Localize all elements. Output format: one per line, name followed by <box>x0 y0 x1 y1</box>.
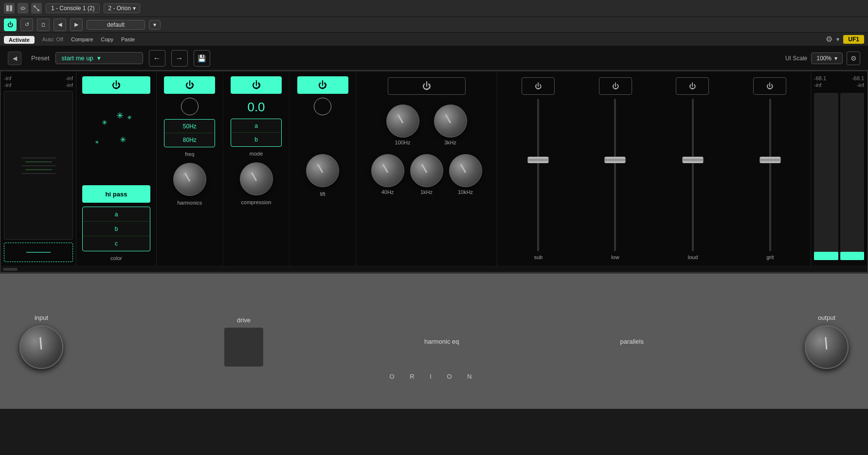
plugin-settings-icon[interactable]: ⚙ <box>847 52 860 65</box>
hi-pass-button[interactable]: hi pass <box>82 185 150 203</box>
bracket-display <box>4 243 73 262</box>
next-preset-button[interactable]: → <box>171 50 188 67</box>
stars-display: ✳ ✳ ✳ ✳ ✳ <box>80 98 152 181</box>
panels-icon[interactable] <box>4 3 15 14</box>
mode-display: a b <box>231 119 282 147</box>
output-knob[interactable] <box>805 325 849 369</box>
low-power-button[interactable]: ⏻ <box>599 77 632 95</box>
scroll-bar <box>1 266 867 272</box>
orion-text: O R I O N <box>389 373 478 380</box>
undo-icon[interactable] <box>18 3 28 14</box>
star-icon-4: ✳ <box>95 140 99 145</box>
color-power-button[interactable]: ⏻ <box>82 76 150 94</box>
heq-power-button[interactable]: ⏻ <box>388 77 466 95</box>
track-label[interactable]: 1 - Console 1 (2) <box>46 3 100 13</box>
plugin-dropdown[interactable]: 2 - Orion ▾ <box>104 3 140 13</box>
harmonic-eq-section: ⏻ 100Hz 3kHz 40H <box>356 71 497 266</box>
loud-fader-thumb[interactable] <box>682 157 704 163</box>
freq-display: 50Hz 80Hz <box>164 119 215 147</box>
output-level-left <box>814 252 838 260</box>
grit-power-button[interactable]: ⏻ <box>753 77 786 95</box>
drive-label: drive <box>237 316 251 324</box>
back-icon[interactable]: ◀ <box>8 52 21 65</box>
loud-power-icon: ⏻ <box>689 82 696 90</box>
undo-button[interactable]: ↺ <box>20 18 33 31</box>
heq-3khz-knob[interactable] <box>434 105 467 138</box>
input-knob[interactable] <box>19 325 63 369</box>
loud-power-button[interactable]: ⏻ <box>676 77 709 95</box>
paste-button[interactable]: Paste <box>121 36 135 42</box>
prev-button[interactable]: ◀ <box>54 18 66 31</box>
next-button[interactable]: ▶ <box>70 18 83 31</box>
sub-power-button[interactable]: ⏻ <box>522 77 555 95</box>
heq-100hz-knob[interactable] <box>386 105 419 138</box>
freq-50hz[interactable]: 50Hz <box>164 120 215 133</box>
star-icon-3: ✳ <box>127 114 132 121</box>
output-label: output <box>818 314 835 321</box>
harmonic-eq-label: harmonic eq <box>424 338 459 345</box>
prev-preset-button[interactable]: ← <box>149 50 165 67</box>
preset-label: Preset <box>31 54 50 62</box>
vu-top-right: -inf <box>66 75 73 81</box>
freq-80hz[interactable]: 80Hz <box>164 133 215 147</box>
out-inf-right: -inf <box>857 82 864 88</box>
activate-bar: Activate Auto: Off Compare Copy Paste ⚙ … <box>0 33 868 46</box>
ui-scale-value: 100% <box>816 55 832 62</box>
color-option-a[interactable]: a <box>83 207 150 222</box>
preset-dropdown[interactable]: ▾ <box>149 20 161 30</box>
heq-1khz-knob[interactable] <box>410 154 443 187</box>
routing-icon[interactable] <box>31 3 42 14</box>
second-toolbar: ⏻ ↺ 🗋 ◀ ▶ default ▾ <box>0 17 868 33</box>
plugin-wrapper: -inf -inf -inf -inf <box>0 70 868 273</box>
dropdown-arrow-icon[interactable]: ▾ <box>836 36 839 43</box>
color-option-c[interactable]: c <box>83 236 150 251</box>
save-icon: 💾 <box>198 54 206 62</box>
low-fader-thumb[interactable] <box>604 157 626 163</box>
harmonic-eq-bottom: harmonic eq <box>424 338 459 345</box>
toolbar-icons <box>4 3 42 14</box>
heq-100hz-label: 100Hz <box>395 140 411 145</box>
file-button[interactable]: 🗋 <box>37 18 50 31</box>
heq-10khz-label: 10kHz <box>458 189 473 195</box>
mode-a[interactable]: a <box>231 119 281 133</box>
grit-fader-track[interactable] <box>769 99 771 251</box>
ui-scale-dropdown[interactable]: 100% ▾ <box>811 52 843 64</box>
lift-knob[interactable] <box>306 154 339 187</box>
main-sections: -inf -inf -inf -inf <box>1 71 867 266</box>
compression-label: compression <box>241 199 271 205</box>
loud-fader-track[interactable] <box>692 99 694 251</box>
drive-power-button[interactable]: ⏻ <box>164 76 215 94</box>
lift-label: lift <box>320 191 326 197</box>
mode-b[interactable]: b <box>231 133 281 146</box>
grit-power-icon: ⏻ <box>766 82 773 90</box>
heq-40hz-knob[interactable] <box>371 154 404 187</box>
compression-knob[interactable] <box>240 162 273 195</box>
heq-top-knobs: 100Hz 3kHz <box>386 105 467 145</box>
uf1-badge: UF1 <box>843 35 864 44</box>
harmonics-label: harmonics <box>177 200 202 206</box>
sub-fader-track[interactable] <box>537 99 539 251</box>
vu-bot-left: -inf <box>4 82 11 88</box>
copy-button[interactable]: Copy <box>101 36 113 42</box>
low-fader-track[interactable] <box>614 99 616 251</box>
grit-fader-thumb[interactable] <box>760 157 781 163</box>
input-knob-group: input <box>19 314 63 369</box>
activate-button[interactable]: Activate <box>4 36 35 44</box>
vu-meter-section: -inf -inf -inf -inf <box>1 71 76 266</box>
heq-1khz-label: 1kHz <box>420 189 433 195</box>
preset-dropdown-plugin[interactable]: start me up ▾ <box>55 52 143 64</box>
harmonics-knob[interactable] <box>173 163 206 196</box>
loud-fader-label: loud <box>688 254 698 260</box>
power-button[interactable]: ⏻ <box>4 18 17 31</box>
scroll-thumb[interactable] <box>3 268 18 271</box>
compare-button[interactable]: Compare <box>71 36 93 42</box>
lift-power-button[interactable]: ⏻ <box>297 76 348 94</box>
preset-arrow-icon: ▾ <box>97 54 101 62</box>
save-preset-button[interactable]: 💾 <box>194 50 210 67</box>
star-icon-5: ✳ <box>120 135 126 144</box>
heq-10khz-knob[interactable] <box>449 154 482 187</box>
sub-fader-thumb[interactable] <box>527 157 549 163</box>
gear-settings-icon[interactable]: ⚙ <box>826 35 832 44</box>
mode-power-button[interactable]: ⏻ <box>231 76 282 94</box>
color-option-b[interactable]: b <box>83 222 150 236</box>
